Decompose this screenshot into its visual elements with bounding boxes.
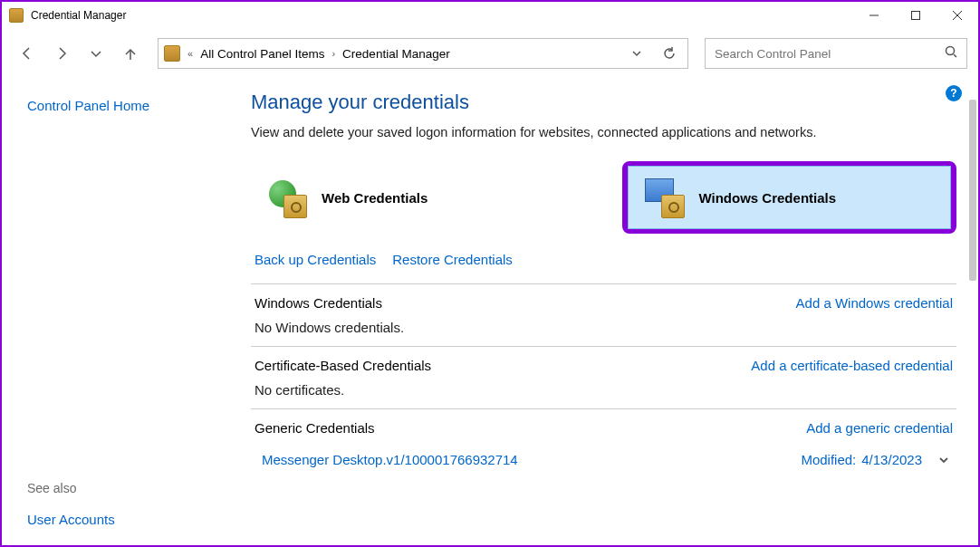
section-title: Certificate-Based Credentials	[255, 358, 431, 373]
credential-modified-label: Modified:	[801, 452, 856, 467]
recent-locations-button[interactable]	[82, 39, 110, 68]
minimize-button[interactable]	[853, 2, 895, 29]
windows-credentials-icon	[643, 177, 685, 218]
breadcrumb-item[interactable]: Credential Manager	[342, 47, 450, 61]
breadcrumb-item[interactable]: All Control Panel Items	[200, 47, 324, 61]
maximize-button[interactable]	[895, 2, 937, 29]
forward-button[interactable]	[47, 39, 76, 68]
restore-credentials-link[interactable]: Restore Credentials	[392, 252, 513, 267]
scrollbar-thumb[interactable]	[969, 100, 976, 281]
search-box[interactable]	[705, 38, 967, 69]
section-title: Windows Credentials	[255, 295, 382, 311]
page-description: View and delete your saved logon informa…	[251, 125, 956, 139]
windows-credentials-highlight: Windows Credentials	[622, 161, 957, 234]
refresh-button[interactable]	[657, 41, 682, 66]
expand-icon[interactable]	[935, 455, 953, 465]
section-empty-text: No Windows credentials.	[255, 320, 953, 335]
up-button[interactable]	[116, 39, 145, 68]
add-windows-credential-link[interactable]: Add a Windows credential	[796, 295, 953, 311]
generic-credentials-section: Generic Credentials Add a generic creden…	[251, 408, 956, 478]
main-pane: ? Manage your credentials View and delet…	[224, 78, 978, 545]
body-area: Control Panel Home See also User Account…	[2, 78, 978, 545]
section-empty-text: No certificates.	[255, 382, 953, 398]
windows-credentials-section: Windows Credentials Add a Windows creden…	[251, 283, 956, 346]
back-button[interactable]	[13, 39, 42, 68]
search-input[interactable]	[715, 47, 945, 61]
window-title: Credential Manager	[31, 9, 126, 22]
section-title: Generic Credentials	[255, 420, 375, 436]
nav-toolbar: « All Control Panel Items › Credential M…	[2, 29, 978, 78]
windows-credentials-label: Windows Credentials	[699, 190, 837, 206]
web-credentials-label: Web Credentials	[322, 190, 428, 206]
title-bar: Credential Manager	[2, 2, 978, 29]
help-icon[interactable]: ?	[946, 85, 962, 101]
control-panel-icon	[164, 45, 180, 62]
add-generic-credential-link[interactable]: Add a generic credential	[806, 420, 953, 436]
credential-modified-date: 4/13/2023	[861, 452, 922, 467]
svg-rect-1	[912, 12, 920, 20]
user-accounts-link[interactable]: User Accounts	[27, 512, 224, 527]
close-button[interactable]	[937, 2, 978, 29]
backup-credentials-link[interactable]: Back up Credentials	[255, 252, 376, 267]
svg-line-6	[954, 54, 956, 57]
app-icon	[9, 8, 24, 23]
windows-credentials-tile[interactable]: Windows Credentials	[628, 166, 952, 229]
svg-point-5	[946, 47, 955, 55]
address-bar[interactable]: « All Control Panel Items › Credential M…	[158, 38, 688, 69]
breadcrumb-prefix: «	[187, 48, 193, 59]
credential-entry-name: Messenger Desktop.v1/100001766932714	[262, 452, 801, 467]
backup-restore-row: Back up Credentials Restore Credentials	[251, 252, 956, 267]
search-icon	[945, 45, 957, 62]
page-heading: Manage your credentials	[251, 91, 956, 114]
left-pane: Control Panel Home See also User Account…	[2, 78, 224, 545]
history-dropdown-button[interactable]	[624, 41, 649, 66]
credential-type-row: Web Credentials Windows Credentials	[251, 161, 956, 234]
breadcrumb-separator: ›	[331, 48, 335, 59]
window-controls	[853, 2, 978, 29]
see-also-label: See also	[27, 481, 224, 495]
control-panel-home-link[interactable]: Control Panel Home	[27, 98, 224, 113]
credential-entry[interactable]: Messenger Desktop.v1/100001766932714 Mod…	[255, 445, 953, 467]
web-credentials-tile[interactable]: Web Credentials	[251, 161, 604, 234]
certificate-credentials-section: Certificate-Based Credentials Add a cert…	[251, 346, 956, 408]
add-certificate-credential-link[interactable]: Add a certificate-based credential	[751, 358, 953, 373]
web-credentials-icon	[265, 177, 307, 218]
